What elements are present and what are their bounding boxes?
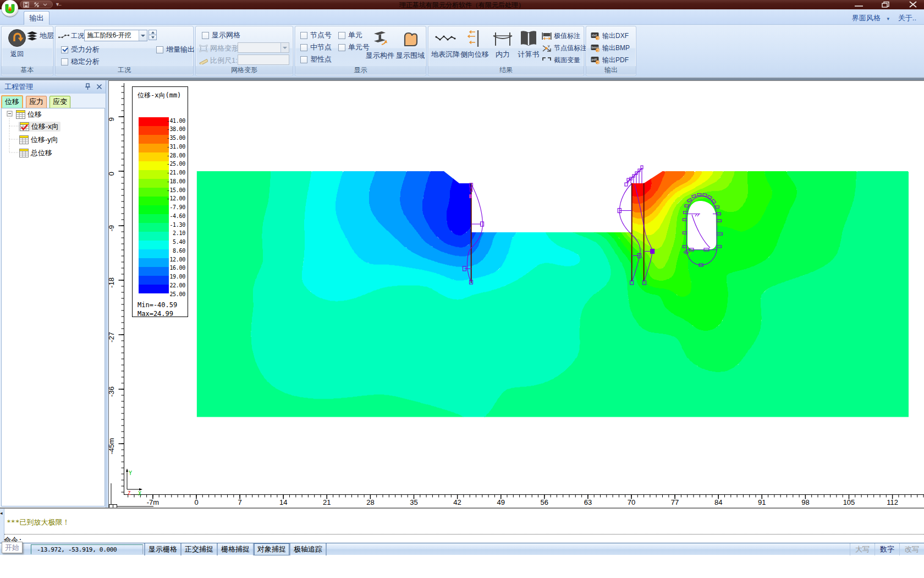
qat-dropdown-icon[interactable]: ▼̶	[55, 2, 60, 7]
snap-show-grid[interactable]: 显示栅格	[144, 543, 180, 555]
tab-strain[interactable]: 应变	[50, 96, 70, 109]
tree-root-label[interactable]: 位移	[28, 110, 42, 119]
back-button[interactable]: 返回	[5, 29, 29, 59]
axis-label: 42	[453, 498, 461, 506]
strata-button[interactable]: 地层	[27, 31, 54, 41]
tree-item-label[interactable]: 位移-x向	[31, 122, 59, 132]
force-analysis-checkbox-box[interactable]	[61, 46, 68, 53]
internal-force-button[interactable]: 内力	[491, 29, 515, 59]
stability-analysis-checkbox[interactable]: 稳定分析	[61, 57, 100, 67]
export-bmp-button[interactable]: bmp 输出BMP	[591, 43, 630, 53]
plastic-point-checkbox-box[interactable]	[300, 56, 307, 63]
element-checkbox[interactable]: 单元	[338, 30, 362, 40]
menu-row: 输出 界面风格 ▾ 关于..	[0, 9, 924, 25]
quick-access-toolbar[interactable]	[20, 1, 53, 8]
ui-style-caret-icon[interactable]: ▾	[887, 16, 890, 21]
legend-label: -25.00	[147, 161, 185, 167]
section-variable-icon	[542, 56, 552, 64]
export-dxf-button[interactable]: dxf 输出DXF	[591, 31, 629, 41]
tree-item-label[interactable]: 总位移	[31, 148, 52, 158]
legend-label: -1.30	[147, 222, 185, 228]
axis-label: 56	[541, 498, 548, 506]
case-spinner[interactable]	[148, 30, 157, 41]
show-region-button[interactable]: 显示围域	[395, 29, 425, 61]
tab-displacement[interactable]: 位移	[1, 95, 23, 109]
panel-tabs: 位移 应力 应变	[1, 95, 70, 109]
restore-button[interactable]	[879, 1, 893, 8]
case-icon	[58, 34, 69, 39]
legend-label: -28.00	[147, 152, 185, 159]
tree-node-disp-total[interactable]: 总位移	[19, 148, 52, 158]
report-button[interactable]: 计算书	[515, 29, 542, 59]
ucs-z-label: Z	[128, 490, 131, 496]
case-spin-down[interactable]	[148, 35, 157, 40]
scale-ruler-icon	[199, 57, 208, 64]
command-window[interactable]: ◂ ***已到放大极限！ 命令:	[0, 508, 924, 543]
save-icon[interactable]	[20, 1, 53, 8]
tab-stress[interactable]: 应力	[26, 96, 47, 109]
force-analysis-checkbox[interactable]: 受力分析	[61, 45, 100, 54]
mid-node-checkbox[interactable]: 中节点	[300, 42, 332, 52]
axis-label: 49	[497, 498, 504, 506]
app-logo-icon[interactable]	[2, 0, 18, 17]
axis-label: -27	[109, 332, 116, 342]
legend-max: Max=24.99	[138, 310, 173, 318]
bmp-file-icon: bmp	[591, 44, 600, 52]
increment-output-checkbox-box[interactable]	[156, 46, 163, 53]
dxf-file-icon: dxf	[591, 32, 600, 40]
show-mesh-checkbox[interactable]: 显示网格	[202, 30, 240, 40]
show-member-button[interactable]: 显示构件	[365, 29, 395, 61]
node-number-checkbox-box[interactable]	[300, 32, 307, 39]
element-checkbox-box[interactable]	[338, 32, 345, 39]
mesh-deform-combobox	[238, 42, 289, 53]
tree-node-disp-y[interactable]: 位移-y向	[19, 135, 58, 145]
stability-analysis-checkbox-box[interactable]	[61, 58, 68, 66]
legend-label: -31.00	[147, 144, 185, 150]
case-combobox[interactable]: 施工阶段6-开挖	[84, 30, 147, 41]
plastic-point-checkbox[interactable]: 塑性点	[300, 54, 332, 64]
coordinate-readout: -13.972, -53.919, 0.000	[31, 544, 143, 554]
tab-output[interactable]: 输出	[24, 11, 50, 25]
extreme-annotation-button[interactable]: 极值标注	[542, 31, 580, 41]
close-button[interactable]	[906, 1, 920, 8]
section-variable-button[interactable]: 截面变量	[542, 56, 580, 65]
command-message: ***已到放大极限！	[7, 517, 69, 527]
surface-settlement-button[interactable]: 地表沉降	[431, 29, 460, 59]
export-pdf-button[interactable]: pdf 输出PDF	[591, 56, 629, 65]
axis-label: 112	[887, 498, 898, 506]
tree-expander-icon[interactable]	[7, 111, 12, 116]
about-menu[interactable]: 关于..	[898, 14, 916, 22]
status-bar: 开始 -13.972, -53.919, 0.000 显示栅格 正交捕捉 栅格捕…	[0, 543, 924, 555]
axis-label: -18	[109, 277, 116, 288]
group-label-basic: 基本	[2, 66, 53, 75]
redo-icon[interactable]	[35, 3, 38, 7]
show-mesh-checkbox-box[interactable]	[202, 32, 209, 39]
tree-node-disp-x[interactable]: 位移-x向	[19, 122, 61, 132]
collapse-arrow-icon[interactable]: ◂	[0, 510, 3, 516]
tree-node-displacement[interactable]: 位移	[16, 110, 42, 119]
snap-object-snap[interactable]: 对象捕捉	[253, 543, 289, 555]
panel-close-icon[interactable]	[96, 83, 102, 90]
tree-item-label[interactable]: 位移-y向	[31, 135, 58, 145]
legend-label: -15.00	[147, 187, 185, 193]
lateral-displacement-button[interactable]: 侧向位移	[460, 29, 490, 59]
window-title: 理正基坑有限元分析软件（有限元后处理）	[0, 1, 924, 10]
ui-style-menu[interactable]: 界面风格	[852, 14, 881, 22]
snap-grid-snap[interactable]: 栅格捕捉	[217, 543, 253, 555]
increment-output-checkbox[interactable]: 增量输出	[156, 45, 195, 54]
mid-node-checkbox-box[interactable]	[300, 44, 307, 51]
axis-label: 0	[109, 172, 116, 176]
drawing-canvas[interactable]: 90-9-18-27-36-45m-7m07142128354249566370…	[108, 80, 924, 508]
ribbon-group-result: 地表沉降 侧向位移	[428, 26, 584, 76]
qat-separator-caret[interactable]	[43, 4, 47, 6]
strata-layers-icon	[27, 31, 37, 41]
pin-icon[interactable]	[85, 83, 91, 90]
extreme-mark-icon	[542, 32, 552, 40]
snap-polar-track[interactable]: 极轴追踪	[289, 543, 327, 555]
minimize-button[interactable]	[852, 1, 866, 8]
axis-label: 105	[843, 498, 855, 506]
node-number-checkbox[interactable]: 节点号	[300, 30, 332, 40]
element-number-checkbox-box[interactable]	[338, 44, 345, 51]
snap-ortho[interactable]: 正交捕捉	[180, 543, 217, 555]
node-value-annotation-button[interactable]: v 节点值标注	[542, 43, 587, 53]
